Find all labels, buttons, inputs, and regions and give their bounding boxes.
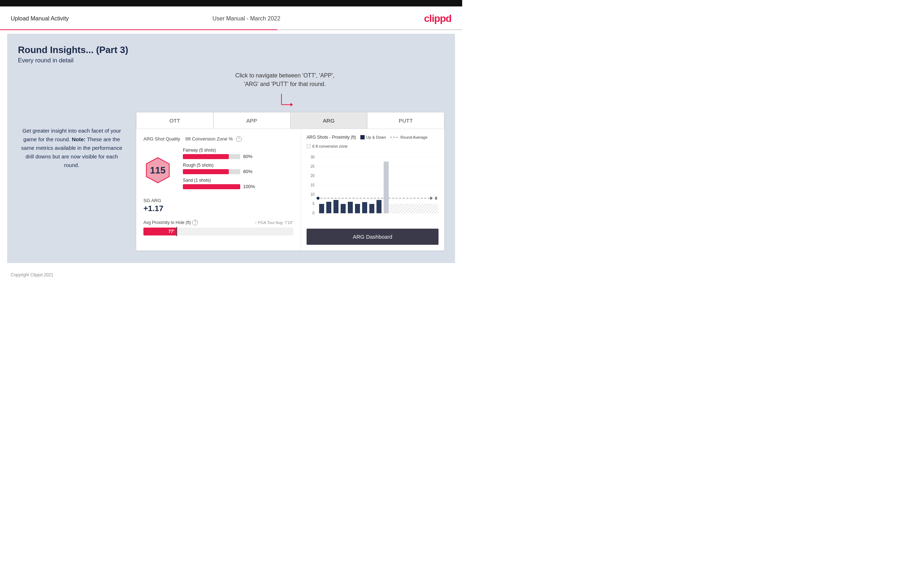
svg-rect-28 (348, 202, 353, 213)
conversion-zone-subtitle: 6ft Conversion Zone % (186, 136, 233, 142)
svg-text:8: 8 (435, 196, 437, 200)
tab-ott[interactable]: OTT (136, 112, 213, 129)
svg-rect-29 (355, 204, 360, 213)
chart-title: ARG Shots - Proximity (ft) (307, 135, 356, 140)
round-insights-card: OTT APP ARG PUTT ARG Shot Quality 6ft Co… (136, 112, 444, 250)
proximity-label: Avg Proximity to Hole (ft) (144, 220, 191, 225)
content-row: Get greater insight into each facet of y… (18, 112, 444, 250)
svg-marker-22 (430, 197, 433, 200)
nav-hint-arrow (274, 92, 296, 110)
nav-hint-text: Click to navigate between 'OTT', 'APP','… (235, 71, 334, 89)
proximity-pga: ↑ PGA Tour Avg: 7'10" (255, 221, 293, 225)
header-divider (0, 29, 462, 30)
page-subtitle: Every round in detail (18, 57, 444, 64)
chart-area: 30 25 20 15 10 5 0 (307, 153, 438, 224)
card-body: ARG Shot Quality 6ft Conversion Zone % ?… (136, 129, 444, 250)
svg-text:0: 0 (312, 211, 315, 215)
arg-dashboard-button[interactable]: ARG Dashboard (307, 229, 438, 245)
legend-dash-icon (391, 137, 399, 138)
shot-row-rough: Rough (5 shots) 80% (183, 163, 293, 174)
help-icon[interactable]: ? (236, 136, 242, 142)
tab-arg[interactable]: ARG (291, 112, 368, 129)
sg-label: SG ARG (144, 198, 293, 203)
proximity-bar-bg: 77' (144, 227, 293, 235)
legend-round-avg: Round Average (391, 135, 428, 139)
rough-label: Rough (5 shots) (183, 163, 293, 168)
proximity-section: Avg Proximity to Hole (ft) ? ↑ PGA Tour … (144, 220, 293, 235)
svg-rect-34 (389, 204, 438, 213)
svg-text:10: 10 (310, 192, 315, 197)
rough-pct: 80% (243, 169, 256, 174)
svg-rect-33 (384, 162, 389, 213)
sand-label: Sand (1 shots) (183, 178, 293, 183)
upload-activity-link[interactable]: Upload Manual Activity (11, 15, 69, 22)
header: Upload Manual Activity User Manual - Mar… (0, 6, 462, 29)
svg-text:20: 20 (310, 174, 315, 178)
rough-bar-fill (183, 169, 229, 174)
legend-square-icon (360, 135, 365, 139)
footer: Copyright Clippd 2021 (0, 267, 462, 283)
header-center-title: User Manual - March 2022 (212, 15, 280, 22)
sand-bar-bg (183, 184, 240, 189)
svg-rect-32 (376, 200, 381, 213)
svg-rect-27 (341, 204, 346, 213)
svg-rect-31 (369, 204, 374, 213)
card-right-section: ARG Shots - Proximity (ft) Up & Down Rou… (301, 129, 444, 250)
proximity-cursor (176, 227, 177, 236)
shot-quality-bars: Fairway (5 shots) 80% Rough (183, 148, 293, 193)
svg-rect-24 (319, 204, 324, 213)
legend-up-down: Up & Down (360, 135, 386, 139)
hexagon-number: 115 (150, 165, 165, 176)
fairway-label: Fairway (5 shots) (183, 148, 293, 153)
svg-text:15: 15 (310, 183, 315, 187)
copyright-text: Copyright Clippd 2021 (11, 272, 53, 277)
page-title: Round Insights... (Part 3) (18, 44, 444, 56)
left-panel: Get greater insight into each facet of y… (18, 112, 126, 169)
legend-hatch-icon (307, 144, 311, 148)
fairway-bar-fill (183, 154, 229, 159)
svg-marker-2 (291, 103, 293, 106)
tab-app[interactable]: APP (213, 112, 291, 129)
main-content: Round Insights... (Part 3) Every round i… (7, 34, 455, 263)
svg-rect-25 (326, 202, 331, 213)
fairway-pct: 80% (243, 154, 256, 159)
fairway-bar-bg (183, 154, 240, 159)
sg-value: +1.17 (144, 204, 293, 213)
svg-text:30: 30 (310, 155, 315, 159)
svg-rect-26 (333, 200, 338, 213)
clippd-logo: clippd (424, 13, 451, 24)
tab-putt[interactable]: PUTT (367, 112, 444, 129)
proximity-value: 77' (168, 229, 174, 234)
shot-row-sand: Sand (1 shots) 100% (183, 178, 293, 189)
legend-round-avg-label: Round Average (401, 135, 428, 139)
shot-row-fairway: Fairway (5 shots) 80% (183, 148, 293, 159)
legend-up-down-label: Up & Down (366, 135, 386, 139)
proximity-chart: 30 25 20 15 10 5 0 (307, 153, 443, 222)
svg-text:5: 5 (312, 202, 315, 206)
rough-bar-bg (183, 169, 240, 174)
svg-text:25: 25 (310, 164, 315, 168)
left-description: Get greater insight into each facet of y… (18, 127, 126, 169)
proximity-bar-fill: 77' (144, 227, 176, 235)
card-left-section: ARG Shot Quality 6ft Conversion Zone % ?… (136, 129, 301, 250)
arg-score-hexagon: 115 (144, 156, 172, 185)
legend-6ft-label: 6 ft conversion zone (312, 144, 347, 148)
sand-bar-fill (183, 184, 240, 189)
legend-6ft-zone: 6 ft conversion zone (307, 144, 347, 148)
tabs-row: OTT APP ARG PUTT (136, 112, 444, 129)
chart-header: ARG Shots - Proximity (ft) Up & Down Rou… (307, 135, 438, 148)
svg-point-21 (317, 197, 320, 200)
hex-badge-area: 115 Fairway (5 shots) (144, 148, 293, 193)
top-bar (0, 0, 462, 6)
proximity-help-icon[interactable]: ? (192, 220, 198, 226)
arg-shot-quality-title: ARG Shot Quality (144, 136, 180, 142)
sand-pct: 100% (243, 184, 256, 189)
sg-arg-section: SG ARG +1.17 (144, 198, 293, 213)
svg-rect-30 (362, 202, 367, 213)
